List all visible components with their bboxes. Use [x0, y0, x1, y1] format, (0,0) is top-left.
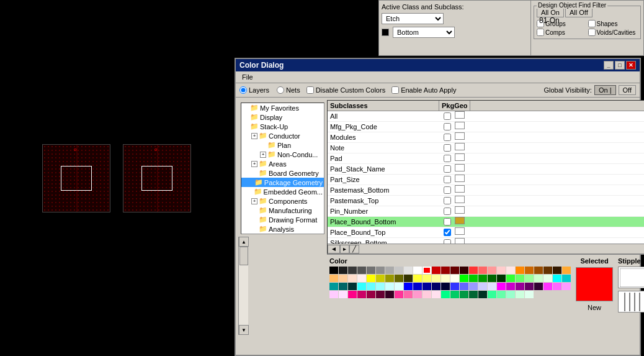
- nets-radio-label[interactable]: Nets: [277, 86, 300, 94]
- palette-cell[interactable]: [525, 283, 534, 290]
- row-checkbox[interactable]: [444, 186, 451, 194]
- palette-cell[interactable]: [385, 267, 394, 274]
- palette-cell[interactable]: [562, 267, 571, 274]
- palette-cell[interactable]: [488, 275, 496, 282]
- palette-cell[interactable]: [432, 275, 441, 282]
- row-checkbox[interactable]: [444, 134, 451, 141]
- palette-cell[interactable]: [339, 291, 347, 298]
- palette-cell[interactable]: [516, 283, 524, 290]
- palette-cell[interactable]: [450, 267, 459, 274]
- palette-cell[interactable]: [395, 267, 403, 274]
- palette-cell[interactable]: [357, 291, 366, 298]
- palette-cell[interactable]: [432, 283, 441, 290]
- palette-cell[interactable]: [329, 275, 338, 282]
- tree-item[interactable]: 📁Embedded Geom...: [241, 187, 324, 196]
- table-row[interactable]: Place_Bound_Bottom: [328, 217, 644, 227]
- palette-cell[interactable]: [562, 275, 571, 282]
- palette-cell[interactable]: [385, 291, 394, 298]
- table-row[interactable]: Pad_Stack_Name: [328, 164, 644, 175]
- palette-cell[interactable]: [376, 283, 385, 290]
- tree-item[interactable]: +📁Components: [241, 196, 324, 206]
- table-row[interactable]: Modules: [328, 132, 644, 143]
- row-checkbox[interactable]: [444, 239, 451, 244]
- tree-item[interactable]: +📁Areas: [241, 159, 324, 168]
- tree-expand-btn[interactable]: +: [251, 161, 257, 167]
- palette-cell[interactable]: [413, 267, 422, 274]
- maximize-button[interactable]: □: [615, 61, 625, 70]
- palette-cell[interactable]: [367, 275, 375, 282]
- palette-cell[interactable]: [395, 275, 403, 282]
- table-row[interactable]: All: [328, 111, 644, 122]
- palette-cell[interactable]: [450, 283, 459, 290]
- palette-cell[interactable]: [469, 291, 478, 298]
- palette-cell[interactable]: [450, 275, 459, 282]
- stipple-vertical[interactable]: [618, 291, 644, 313]
- palette-cell[interactable]: [348, 275, 357, 282]
- palette-cell[interactable]: [460, 275, 468, 282]
- layers-radio[interactable]: [239, 86, 247, 94]
- palette-cell[interactable]: [339, 275, 347, 282]
- row-checkbox[interactable]: [444, 197, 451, 204]
- palette-cell[interactable]: [423, 291, 431, 298]
- tree-item[interactable]: 📁Plan: [241, 140, 324, 150]
- palette-cell[interactable]: [376, 275, 385, 282]
- palette-cell[interactable]: [488, 267, 496, 274]
- palette-cell[interactable]: [516, 275, 524, 282]
- palette-cell[interactable]: [516, 267, 524, 274]
- table-row[interactable]: Place_Bound_Top: [328, 227, 644, 238]
- scroll-down-btn[interactable]: ▼: [239, 325, 249, 335]
- palette-cell[interactable]: [553, 283, 561, 290]
- palette-cell[interactable]: [376, 267, 385, 274]
- shapes-checkbox[interactable]: [588, 20, 596, 27]
- tree-expand-btn[interactable]: +: [260, 152, 266, 158]
- palette-cell[interactable]: [385, 283, 394, 290]
- palette-cell[interactable]: [497, 291, 506, 298]
- class-select[interactable]: Etch: [382, 13, 444, 24]
- palette-cell[interactable]: [478, 275, 487, 282]
- palette-cell[interactable]: [441, 275, 450, 282]
- palette-cell[interactable]: [478, 291, 487, 298]
- palette-cell[interactable]: [367, 283, 375, 290]
- table-row[interactable]: Pastemask_Bottom: [328, 185, 644, 196]
- palette-cell[interactable]: [348, 267, 357, 274]
- row-checkbox[interactable]: [444, 123, 451, 130]
- scroll-left-btn[interactable]: ◄: [328, 245, 340, 253]
- palette-cell[interactable]: [395, 291, 403, 298]
- palette-cell[interactable]: [525, 291, 534, 298]
- palette-cell[interactable]: [460, 267, 468, 274]
- palette-cell[interactable]: [441, 267, 450, 274]
- palette-cell[interactable]: [543, 267, 552, 274]
- tree-item[interactable]: +📁Non-Condu...: [241, 150, 324, 159]
- palette-cell[interactable]: [432, 267, 441, 274]
- comps-checkbox[interactable]: [537, 29, 544, 36]
- palette-cell[interactable]: [525, 275, 534, 282]
- disable-custom-label[interactable]: Disable Custom Colors: [306, 86, 385, 94]
- tree-item[interactable]: 📁Analysis: [241, 224, 324, 234]
- row-checkbox[interactable]: [444, 176, 451, 183]
- row-checkbox[interactable]: [444, 165, 451, 173]
- palette-cell[interactable]: [488, 283, 496, 290]
- row-checkbox[interactable]: [444, 208, 451, 215]
- palette-cell[interactable]: [357, 267, 366, 274]
- close-button[interactable]: ✕: [626, 61, 636, 70]
- palette-cell[interactable]: [506, 275, 515, 282]
- palette-cell[interactable]: [329, 283, 338, 290]
- palette-cell[interactable]: [441, 283, 450, 290]
- palette-cell[interactable]: [516, 291, 524, 298]
- disable-custom-checkbox[interactable]: [306, 86, 314, 94]
- palette-cell[interactable]: [534, 275, 543, 282]
- all-off-button[interactable]: All Off: [565, 7, 593, 17]
- palette-cell[interactable]: [562, 283, 571, 290]
- palette-cell[interactable]: [478, 283, 487, 290]
- palette-cell[interactable]: [460, 291, 468, 298]
- tree-item[interactable]: 📁Board Geometry: [241, 168, 324, 178]
- palette-cell[interactable]: [469, 275, 478, 282]
- palette-cell[interactable]: [506, 291, 515, 298]
- table-row[interactable]: Note: [328, 143, 644, 153]
- palette-cell[interactable]: [460, 283, 468, 290]
- vis-on-button[interactable]: On |: [594, 85, 616, 95]
- palette-cell[interactable]: [413, 283, 422, 290]
- tree-item[interactable]: 📁Display: [241, 112, 324, 122]
- table-row[interactable]: Silkscreen_Bottom: [328, 238, 644, 244]
- palette-cell[interactable]: [385, 275, 394, 282]
